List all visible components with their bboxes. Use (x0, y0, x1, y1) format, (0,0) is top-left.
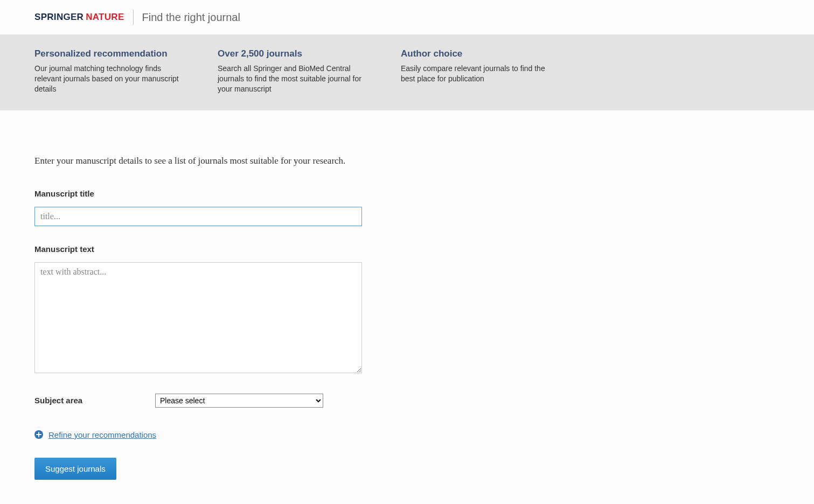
main-content: Enter your manuscript details to see a l… (0, 110, 814, 501)
feature-desc: Search all Springer and BioMed Central j… (218, 64, 368, 94)
feature-desc: Easily compare relevant journals to find… (401, 64, 552, 84)
plus-circle-icon (34, 430, 43, 439)
label-manuscript-title: Manuscript title (34, 189, 780, 198)
feature-title: Author choice (401, 48, 552, 59)
logo-divider (133, 10, 134, 25)
refine-recommendations-link[interactable]: Refine your recommendations (48, 430, 156, 439)
manuscript-text-input[interactable] (34, 262, 362, 373)
field-manuscript-text: Manuscript text (34, 244, 780, 375)
header: Springer Nature Find the right journal (0, 0, 814, 34)
tagline: Find the right journal (142, 11, 240, 24)
field-subject-area: Subject area Please select (34, 394, 780, 408)
feature-desc: Our journal matching technology finds re… (34, 64, 185, 94)
intro-text: Enter your manuscript details to see a l… (34, 156, 780, 166)
feature-title: Personalized recommendation (34, 48, 185, 59)
manuscript-title-input[interactable] (34, 207, 362, 226)
feature-title: Over 2,500 journals (218, 48, 368, 59)
feature-personalized: Personalized recommendation Our journal … (34, 48, 185, 94)
subject-area-select[interactable]: Please select (155, 394, 323, 408)
label-subject-area: Subject area (34, 396, 155, 405)
suggest-journals-button[interactable]: Suggest journals (34, 458, 116, 480)
feature-author-choice: Author choice Easily compare relevant jo… (401, 48, 552, 94)
logo-springer: Springer (34, 12, 84, 23)
label-manuscript-text: Manuscript text (34, 244, 780, 254)
logo-nature: Nature (86, 12, 124, 23)
field-manuscript-title: Manuscript title (34, 189, 780, 226)
features-bar: Personalized recommendation Our journal … (0, 34, 814, 110)
feature-journals-count: Over 2,500 journals Search all Springer … (218, 48, 368, 94)
refine-recommendations-row[interactable]: Refine your recommendations (34, 430, 780, 439)
